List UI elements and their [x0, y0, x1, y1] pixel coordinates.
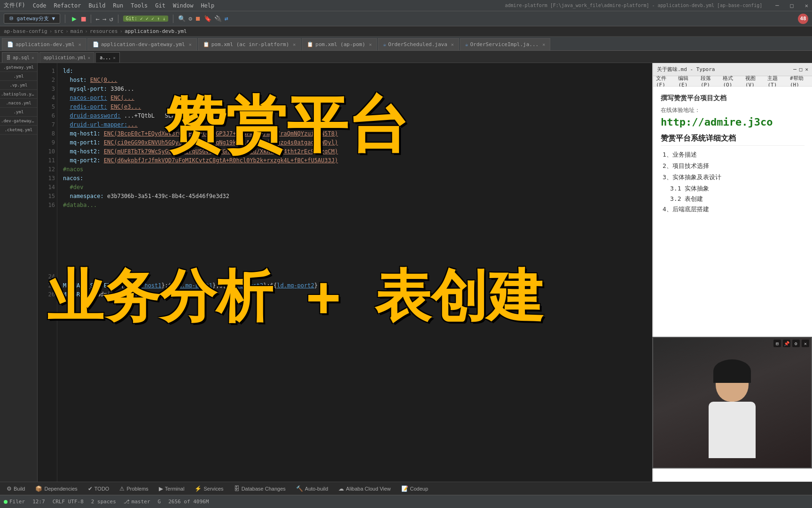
btab-build[interactable]: ⚙ Build	[2, 484, 30, 494]
typora-menu-para[interactable]: 段落(P)	[701, 75, 717, 88]
typora-minimize[interactable]: ─	[793, 66, 796, 72]
menu-file[interactable]: 文件(F)	[4, 1, 25, 9]
window-close[interactable]: ✕	[805, 2, 808, 9]
stab-active[interactable]: a... ✕	[95, 52, 120, 63]
btab-todo[interactable]: ✔ TODO	[83, 484, 114, 494]
btab-codeup[interactable]: 📝 Codeup	[397, 484, 433, 494]
typora-menu-help[interactable]: #帮助(H)	[790, 75, 809, 88]
tab-application-dev[interactable]: 📄 application-dev.yml ✕	[2, 38, 86, 50]
tab-order-service[interactable]: ☕ OrderServiceImpl.ja... ✕	[460, 38, 550, 50]
status-spaces[interactable]: 2 spaces	[91, 499, 116, 505]
breadcrumb-part[interactable]: ap-base-config	[4, 28, 47, 34]
typora-menubar: 文件(F) 编辑(E) 段落(P) 格式(O) 视图(V) 主题(T) #帮助(…	[653, 76, 812, 87]
menu-code[interactable]: Code	[33, 2, 47, 9]
stop-button[interactable]: ■	[81, 14, 86, 23]
tab-close4[interactable]: ✕	[369, 42, 372, 47]
stab-close3[interactable]: ✕	[113, 56, 115, 60]
toolbar: ⑩ gateway分支 ▼ ▶ ■ ← → ↺ Git: ✓ ✓ ✓ ↑ ↓ 🔍…	[0, 11, 812, 26]
btab-db-changes[interactable]: 🗄 Database Changes	[229, 484, 290, 494]
typora-menu-format[interactable]: 格式(O)	[723, 75, 739, 88]
stab-application[interactable]: application.yml ✕	[39, 52, 95, 63]
tab-order-scheduled[interactable]: ☕ OrderScheduled.java ✕	[378, 38, 459, 50]
tab-close6[interactable]: ✕	[542, 42, 545, 47]
sidebar-file-6[interactable]: .yml	[0, 108, 37, 117]
typora-menu-theme[interactable]: 主题(T)	[767, 75, 784, 88]
tab-icon4: 📋	[307, 41, 313, 48]
breadcrumb-current[interactable]: application-devb.yml	[125, 28, 187, 34]
back-button[interactable]: ←	[96, 15, 100, 23]
video-ctrl-3[interactable]: ⚙	[792, 340, 800, 347]
typora-menu-file[interactable]: 文件(F)	[656, 75, 672, 88]
stab-close2[interactable]: ✕	[88, 56, 90, 60]
stop-recording-icon[interactable]: ⏹	[195, 15, 201, 22]
btab-todo-label: TODO	[94, 486, 109, 492]
search-icon[interactable]: 🔍	[178, 15, 186, 22]
breadcrumb-part[interactable]: resources	[90, 28, 118, 34]
refresh-button[interactable]: ↺	[109, 15, 113, 23]
typora-menu-view[interactable]: 视图(V)	[745, 75, 762, 88]
stab-label: ap.sql	[13, 55, 30, 60]
tab-close3[interactable]: ✕	[293, 42, 296, 47]
code-text[interactable]: ld: host: ENC(0... mysql-port: 3306... n…	[57, 63, 652, 482]
status-memory[interactable]: 2656 of 4096M	[168, 499, 209, 505]
sidebar-file-2[interactable]: .yml	[0, 72, 37, 81]
person-head	[716, 364, 749, 402]
window-maximize[interactable]: □	[790, 2, 794, 9]
status-branch[interactable]: ⎇ master	[124, 499, 150, 505]
tab-pom-platform[interactable]: 📋 pom.xml (ac inr-platform) ✕	[198, 38, 301, 50]
menu-tools[interactable]: Tools	[131, 2, 148, 9]
notification-counter[interactable]: 48	[798, 14, 808, 24]
menu-run[interactable]: Run	[113, 2, 124, 9]
status-g-icon[interactable]: G	[158, 499, 161, 505]
status-encoding[interactable]: CRLF UTF-8	[53, 499, 84, 505]
status-position-text: 12:7	[32, 499, 45, 505]
typora-url-value: http://admire.j3co	[661, 116, 804, 128]
tab-gateway[interactable]: 📄 application-dev-gateway.yml ✕	[87, 38, 197, 50]
tab-close2[interactable]: ✕	[189, 42, 192, 47]
typora-close[interactable]: ✕	[805, 66, 808, 72]
status-filer[interactable]: Filer	[4, 499, 25, 505]
menu-refactor[interactable]: Refactor	[54, 2, 81, 9]
plug-icon[interactable]: 🔌	[214, 15, 222, 22]
tab-close[interactable]: ✕	[78, 42, 81, 47]
btab-cloud[interactable]: ☁ Alibaba Cloud View	[334, 484, 395, 494]
typora-maximize[interactable]: □	[799, 66, 803, 72]
video-ctrl-2[interactable]: 📌	[783, 340, 790, 347]
separator	[65, 15, 65, 23]
btab-terminal-label: Terminal	[165, 486, 185, 492]
sidebar-file-1[interactable]: .gateway.yml	[0, 63, 37, 72]
menu-git[interactable]: Git	[155, 2, 165, 9]
stab-close[interactable]: ✕	[31, 56, 34, 60]
gear-icon[interactable]: ⚙	[188, 15, 192, 22]
menu-build[interactable]: Build	[88, 2, 105, 9]
bookmark-icon[interactable]: 🔖	[204, 15, 211, 22]
sidebar-file-7[interactable]: .dev-gateway.yml	[0, 117, 37, 126]
sidebar-file-8[interactable]: .cketmq.yml	[0, 126, 37, 135]
sidebar-file-3[interactable]: .vp.yml	[0, 81, 37, 90]
arrow-icon[interactable]: ⇄	[225, 15, 228, 22]
btab-problems[interactable]: ⚠ Problems	[115, 484, 153, 494]
forward-button[interactable]: →	[102, 15, 106, 23]
stab-sql[interactable]: 🗄 ap.sql ✕	[2, 52, 39, 63]
sidebar-file-4[interactable]: .batisplus.yml	[0, 90, 37, 99]
branch-selector[interactable]: ⑩ gateway分支 ▼	[4, 14, 60, 24]
btab-auto-build[interactable]: 🔨 Auto-build	[291, 484, 333, 494]
git-branch-icon: ⎇	[124, 499, 130, 505]
sidebar-file-5[interactable]: .nacos.yml	[0, 99, 37, 108]
video-ctrl-close[interactable]: ✕	[802, 340, 809, 347]
window-minimize[interactable]: ─	[775, 2, 779, 9]
menu-window[interactable]: Window	[173, 2, 193, 9]
run-button[interactable]: ▶	[70, 14, 78, 23]
tab-icon: 📄	[7, 41, 14, 48]
tab-pom-pom[interactable]: 📋 pom.xml (ap-pom) ✕	[302, 38, 377, 50]
btab-terminal[interactable]: ▶ Terminal	[154, 484, 189, 494]
breadcrumb-part[interactable]: src	[54, 28, 63, 34]
video-ctrl-1[interactable]: ⊞	[773, 340, 781, 347]
tab-close5[interactable]: ✕	[451, 42, 454, 47]
btab-dependencies[interactable]: 📦 Dependencies	[31, 484, 82, 494]
status-position[interactable]: 12:7	[32, 499, 45, 505]
btab-services[interactable]: ⚡ Services	[190, 484, 228, 494]
breadcrumb-part[interactable]: main	[70, 28, 83, 34]
menu-help[interactable]: Help	[201, 2, 214, 9]
typora-menu-edit[interactable]: 编辑(E)	[678, 75, 695, 88]
